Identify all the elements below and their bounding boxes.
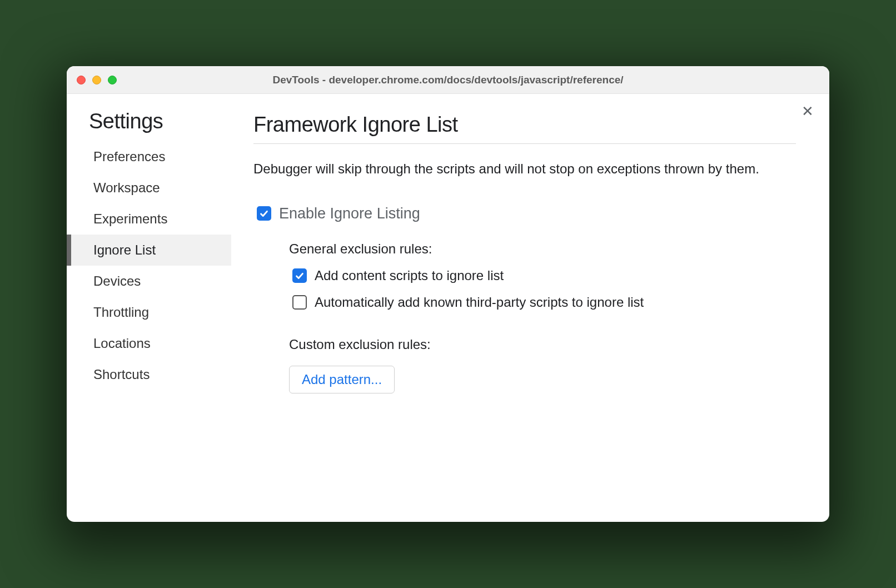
traffic-lights <box>77 76 117 84</box>
checkmark-icon <box>295 271 305 281</box>
add-pattern-label: Add pattern... <box>302 372 382 387</box>
sidebar-title: Settings <box>67 109 231 141</box>
custom-rules-heading: Custom exclusion rules: <box>289 337 796 352</box>
sidebar-item-locations[interactable]: Locations <box>67 328 231 359</box>
settings-sidebar: Settings Preferences Workspace Experimen… <box>67 94 231 522</box>
third-party-checkbox[interactable] <box>292 295 307 310</box>
window-zoom-button[interactable] <box>108 76 117 84</box>
sidebar-item-experiments[interactable]: Experiments <box>67 203 231 235</box>
sidebar-item-label: Shortcuts <box>93 367 150 382</box>
sidebar-item-shortcuts[interactable]: Shortcuts <box>67 359 231 390</box>
page-title: Framework Ignore List <box>253 113 796 143</box>
sidebar-item-label: Preferences <box>93 149 165 164</box>
sidebar-item-label: Experiments <box>93 211 167 226</box>
window-title: DevTools - developer.chrome.com/docs/dev… <box>67 74 829 86</box>
content-scripts-row: Add content scripts to ignore list <box>292 268 796 283</box>
window-minimize-button[interactable] <box>92 76 101 84</box>
content-scripts-checkbox[interactable] <box>292 268 307 283</box>
app-window: DevTools - developer.chrome.com/docs/dev… <box>67 66 829 522</box>
general-rules-heading: General exclusion rules: <box>289 241 796 257</box>
content: ✕ Settings Preferences Workspace Experim… <box>67 94 829 522</box>
sidebar-item-throttling[interactable]: Throttling <box>67 297 231 328</box>
third-party-label: Automatically add known third-party scri… <box>315 295 644 310</box>
main-panel: Framework Ignore List Debugger will skip… <box>231 94 829 522</box>
sidebar-item-devices[interactable]: Devices <box>67 266 231 297</box>
window-close-button[interactable] <box>77 76 86 84</box>
third-party-row: Automatically add known third-party scri… <box>292 295 796 310</box>
sidebar-item-workspace[interactable]: Workspace <box>67 172 231 203</box>
sidebar-item-preferences[interactable]: Preferences <box>67 141 231 172</box>
sidebar-item-label: Ignore List <box>93 242 156 257</box>
enable-ignore-listing-checkbox[interactable] <box>257 206 271 221</box>
enable-ignore-listing-row: Enable Ignore Listing <box>257 205 796 222</box>
sidebar-item-label: Throttling <box>93 305 149 320</box>
sidebar-item-label: Locations <box>93 336 151 351</box>
sidebar-item-label: Workspace <box>93 180 160 195</box>
enable-ignore-listing-label: Enable Ignore Listing <box>279 205 420 222</box>
close-icon[interactable]: ✕ <box>802 104 814 118</box>
add-pattern-button[interactable]: Add pattern... <box>289 366 395 393</box>
checkmark-icon <box>259 208 269 218</box>
page-description: Debugger will skip through the scripts a… <box>253 160 796 178</box>
content-scripts-label: Add content scripts to ignore list <box>315 268 504 283</box>
divider <box>253 143 796 144</box>
titlebar: DevTools - developer.chrome.com/docs/dev… <box>67 66 829 94</box>
sidebar-item-label: Devices <box>93 273 141 288</box>
sidebar-item-ignore-list[interactable]: Ignore List <box>67 235 231 266</box>
